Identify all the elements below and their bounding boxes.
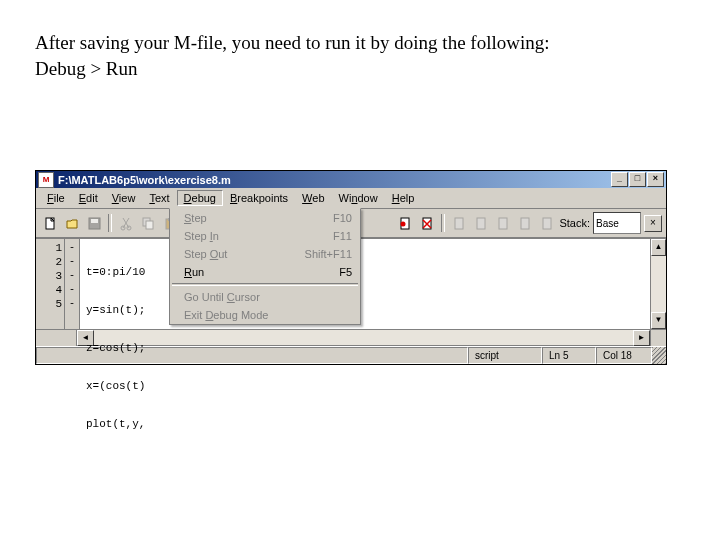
breakpoint-marker[interactable]: - [65, 255, 79, 269]
titlebar[interactable]: M F:\MATLAB6p5\work\exercise8.m _ □ × [36, 171, 666, 188]
step-out-button[interactable] [493, 213, 513, 233]
menu-separator [172, 283, 358, 286]
menu-item-step-in[interactable]: Step In F11 [170, 227, 360, 245]
debug-dropdown-menu: Step F10 Step In F11 Step Out Shift+F11 … [169, 208, 361, 325]
editor-close-button[interactable]: × [644, 215, 662, 232]
code-line: plot(t,y, [86, 417, 650, 431]
menu-breakpoints[interactable]: Breakpoints [223, 190, 295, 206]
breakpoint-column[interactable]: - - - - - [65, 239, 80, 329]
menu-item-shortcut: F5 [339, 266, 352, 278]
menu-file[interactable]: File [40, 190, 72, 206]
menu-item-label: Go Until Cursor [184, 291, 352, 303]
menu-item-run[interactable]: Run F5 [170, 263, 360, 281]
menu-item-step[interactable]: Step F10 [170, 209, 360, 227]
svg-point-10 [400, 221, 405, 226]
vertical-scrollbar[interactable]: ▲ ▼ [650, 239, 666, 329]
menu-item-go-until-cursor[interactable]: Go Until Cursor [170, 288, 360, 306]
menu-item-label: Step [184, 212, 333, 224]
exit-debug-button[interactable] [537, 213, 557, 233]
clear-breakpoint-button[interactable] [417, 213, 437, 233]
menu-item-label: Run [184, 266, 339, 278]
menu-item-shortcut: Shift+F11 [305, 248, 352, 260]
instruction-line1: After saving your M-file, you need to ru… [35, 32, 550, 53]
code-editor[interactable]: t=0:pi/10 y=sin(t); z=cos(t); x=(cos(t) … [80, 239, 650, 329]
menu-item-label: Step In [184, 230, 333, 242]
svg-rect-2 [91, 219, 98, 223]
menu-view[interactable]: View [105, 190, 143, 206]
menu-item-label: Step Out [184, 248, 305, 260]
line-number: 3 [36, 269, 62, 283]
scroll-down-icon[interactable]: ▼ [651, 312, 666, 329]
line-number: 5 [36, 297, 62, 311]
menu-text[interactable]: Text [142, 190, 176, 206]
menu-item-shortcut: F11 [333, 230, 352, 242]
line-number: 4 [36, 283, 62, 297]
scroll-corner [651, 330, 666, 346]
save-button[interactable] [84, 213, 104, 233]
app-icon: M [38, 172, 54, 188]
menu-item-label: Exit Debug Mode [184, 309, 352, 321]
scroll-up-icon[interactable]: ▲ [651, 239, 666, 256]
scroll-track[interactable] [651, 256, 666, 312]
stack-label: Stack: [559, 217, 590, 229]
line-number-gutter: 1 2 3 4 5 [36, 239, 65, 329]
open-file-button[interactable] [62, 213, 82, 233]
instruction-line2: Debug > Run [35, 58, 138, 79]
minimize-button[interactable]: _ [611, 172, 628, 187]
code-line: x=(cos(t) [86, 379, 650, 393]
svg-rect-13 [477, 218, 485, 229]
toolbar-separator [108, 214, 112, 232]
breakpoint-marker[interactable]: - [65, 269, 79, 283]
svg-rect-12 [455, 218, 463, 229]
svg-rect-6 [146, 221, 153, 229]
breakpoint-marker[interactable]: - [65, 297, 79, 311]
continue-button[interactable] [515, 213, 535, 233]
svg-rect-15 [521, 218, 529, 229]
instruction-text: After saving your M-file, you need to ru… [0, 0, 720, 81]
menu-item-shortcut: F10 [333, 212, 352, 224]
stack-selector[interactable]: Base [593, 212, 641, 234]
copy-button[interactable] [138, 213, 158, 233]
set-breakpoint-button[interactable] [395, 213, 415, 233]
menubar: File Edit View Text Debug Breakpoints We… [36, 188, 666, 209]
maximize-button[interactable]: □ [629, 172, 646, 187]
scroll-corner [36, 330, 76, 346]
line-number: 2 [36, 255, 62, 269]
toolbar-separator [441, 214, 445, 232]
step-button[interactable] [449, 213, 469, 233]
menu-web[interactable]: Web [295, 190, 331, 206]
menu-item-exit-debug[interactable]: Exit Debug Mode [170, 306, 360, 324]
code-line: z=cos(t); [86, 341, 650, 355]
line-number: 1 [36, 241, 62, 255]
menu-window[interactable]: Window [332, 190, 385, 206]
breakpoint-marker[interactable]: - [65, 241, 79, 255]
menu-edit[interactable]: Edit [72, 190, 105, 206]
svg-rect-16 [543, 218, 551, 229]
close-button[interactable]: × [647, 172, 664, 187]
step-in-button[interactable] [471, 213, 491, 233]
svg-rect-14 [499, 218, 507, 229]
menu-help[interactable]: Help [385, 190, 422, 206]
menu-debug[interactable]: Debug [177, 190, 223, 206]
menu-item-step-out[interactable]: Step Out Shift+F11 [170, 245, 360, 263]
matlab-editor-window: M F:\MATLAB6p5\work\exercise8.m _ □ × Fi… [35, 170, 667, 365]
window-title: F:\MATLAB6p5\work\exercise8.m [58, 174, 611, 186]
cut-button[interactable] [116, 213, 136, 233]
resize-grip-icon[interactable] [652, 347, 666, 364]
new-file-button[interactable] [40, 213, 60, 233]
breakpoint-marker[interactable]: - [65, 283, 79, 297]
